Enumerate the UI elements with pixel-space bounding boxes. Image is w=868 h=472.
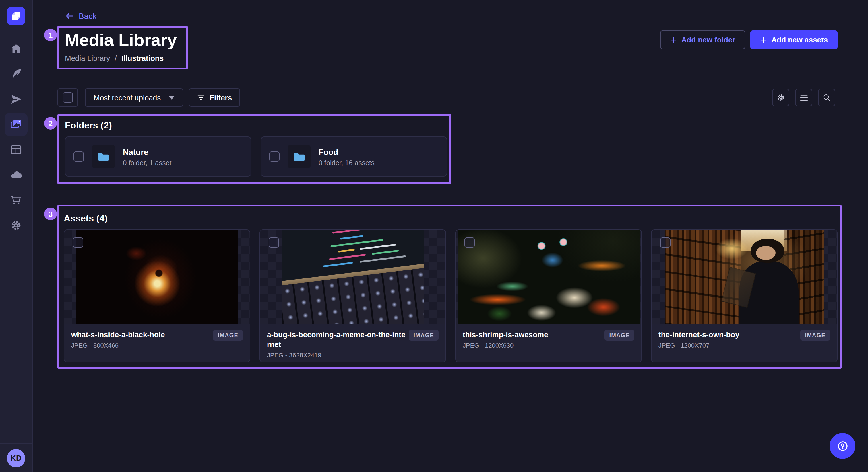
folder-list: Nature 0 folder, 1 asset Food 0 folder, … <box>65 136 450 177</box>
toolbar: Most recent uploads Filters <box>57 88 835 107</box>
black-hole-image <box>76 230 238 324</box>
asset-thumbnail <box>456 230 641 324</box>
add-new-assets-button[interactable]: Add new assets <box>750 30 838 49</box>
annotation-badge-2: 2 <box>44 117 57 130</box>
user-avatar[interactable]: KD <box>7 449 25 467</box>
folder-info: Food 0 folder, 16 assets <box>319 146 375 167</box>
strapi-logo-icon <box>10 10 22 22</box>
sidebar-item-home[interactable] <box>5 37 28 60</box>
folder-meta: 0 folder, 1 asset <box>123 159 172 167</box>
sidebar-item-marketplace[interactable] <box>5 189 28 212</box>
asset-list: what-s-inside-a-black-hole JPEG - 800X46… <box>64 229 840 363</box>
folder-tile <box>92 145 115 168</box>
assets-heading: Assets (4) <box>64 212 840 225</box>
layout-icon <box>10 143 22 156</box>
annotation-box-3: 3 Assets (4) what-s-inside-a-black-hole … <box>57 205 842 369</box>
filter-icon <box>197 94 205 101</box>
select-all-checkbox[interactable] <box>63 92 73 103</box>
gear-icon <box>10 219 22 232</box>
home-icon <box>10 42 22 55</box>
annotation-badge-1: 1 <box>44 29 57 41</box>
asset-card-bug-meme[interactable]: a-bug-is-becoming-a-meme-on-the-internet… <box>259 229 446 363</box>
folder-icon <box>293 152 305 162</box>
sidebar-item-content[interactable] <box>5 63 28 86</box>
asset-meta: JPEG - 1200X707 <box>658 342 830 349</box>
logo-container <box>0 0 32 32</box>
annotation-box-1: 1 Media Library Media Library / Illustra… <box>57 26 188 69</box>
chevron-down-icon <box>169 96 175 100</box>
breadcrumb-parent[interactable]: Media Library <box>65 54 110 63</box>
folder-info: Nature 0 folder, 1 asset <box>123 146 172 167</box>
folder-name[interactable]: Food <box>319 146 375 157</box>
asset-type-badge: IMAGE <box>409 330 439 341</box>
asset-footer: a-bug-is-becoming-a-meme-on-the-internet… <box>260 324 445 362</box>
folder-card-nature[interactable]: Nature 0 folder, 1 asset <box>65 136 251 177</box>
asset-card-shrimp[interactable]: this-shrimp-is-awesome JPEG - 1200X630 I… <box>455 229 642 363</box>
list-view-icon <box>799 94 808 101</box>
folder-checkbox[interactable] <box>269 151 280 162</box>
sort-dropdown[interactable]: Most recent uploads <box>85 88 183 107</box>
filters-label: Filters <box>210 93 232 102</box>
sidebar-nav <box>0 32 32 443</box>
asset-checkbox[interactable] <box>660 237 671 248</box>
sort-value: Most recent uploads <box>94 93 161 102</box>
back-link[interactable]: Back <box>65 0 96 21</box>
paper-plane-icon <box>10 93 22 105</box>
asset-thumbnail <box>64 230 250 324</box>
mantis-shrimp-image <box>457 230 640 324</box>
cloud-icon <box>10 169 22 181</box>
question-icon <box>836 440 849 452</box>
sidebar-footer: KD <box>0 443 32 472</box>
add-new-folder-button[interactable]: Add new folder <box>660 30 745 49</box>
asset-footer: this-shrimp-is-awesome JPEG - 1200X630 I… <box>456 324 641 362</box>
asset-meta: JPEG - 800X466 <box>71 342 243 349</box>
search-icon <box>822 93 831 102</box>
header-row: 1 Media Library Media Library / Illustra… <box>33 21 838 69</box>
sidebar: KD <box>0 0 33 472</box>
view-controls <box>772 89 835 106</box>
sidebar-item-deploy[interactable] <box>5 164 28 187</box>
settings-button[interactable] <box>772 89 789 106</box>
plus-icon <box>760 36 767 43</box>
folder-card-food[interactable]: Food 0 folder, 16 assets <box>260 136 447 177</box>
main-content: Back 1 Media Library Media Library / Ill… <box>33 0 838 472</box>
sidebar-item-content-type-builder[interactable] <box>5 138 28 161</box>
annotation-badge-3: 3 <box>44 208 57 220</box>
breadcrumb-separator: / <box>115 54 117 63</box>
back-label: Back <box>79 11 96 21</box>
back-arrow-icon <box>65 11 74 21</box>
list-view-button[interactable] <box>795 89 812 106</box>
annotation-box-2: 2 Folders (2) Nature 0 folder, 1 asset <box>57 114 451 184</box>
asset-thumbnail <box>652 230 837 324</box>
folder-name[interactable]: Nature <box>123 146 172 157</box>
strapi-logo[interactable] <box>7 7 25 25</box>
settings-icon <box>776 93 785 102</box>
app-window: KD Back 1 Media Library Media Library / … <box>0 0 868 472</box>
asset-checkbox[interactable] <box>269 237 279 248</box>
folder-icon <box>97 152 110 162</box>
man-in-library-image <box>664 230 824 324</box>
plus-icon <box>670 36 677 43</box>
add-new-folder-label: Add new folder <box>681 36 735 44</box>
help-button[interactable] <box>830 433 856 459</box>
sidebar-item-releases[interactable] <box>5 88 28 111</box>
breadcrumb: Media Library / Illustrations <box>65 54 177 63</box>
filters-button[interactable]: Filters <box>189 88 240 107</box>
sidebar-item-settings[interactable] <box>5 214 28 237</box>
asset-type-badge: IMAGE <box>800 330 830 341</box>
breadcrumb-current: Illustrations <box>121 54 164 63</box>
asset-checkbox[interactable] <box>464 237 475 248</box>
sidebar-item-media-library[interactable] <box>5 113 28 136</box>
asset-meta: JPEG - 3628X2419 <box>267 351 439 359</box>
asset-card-black-hole[interactable]: what-s-inside-a-black-hole JPEG - 800X46… <box>64 229 250 363</box>
media-library-icon <box>10 118 22 131</box>
select-all-checkbox-button[interactable] <box>57 88 78 107</box>
folders-heading: Folders (2) <box>65 119 450 132</box>
search-button[interactable] <box>818 89 835 106</box>
asset-card-internets-own-boy[interactable]: the-internet-s-own-boy JPEG - 1200X707 I… <box>651 229 838 363</box>
folder-checkbox[interactable] <box>73 151 84 162</box>
folder-meta: 0 folder, 16 assets <box>319 159 375 167</box>
asset-checkbox[interactable] <box>73 237 83 248</box>
asset-thumbnail <box>260 230 445 324</box>
folder-tile <box>288 145 311 168</box>
